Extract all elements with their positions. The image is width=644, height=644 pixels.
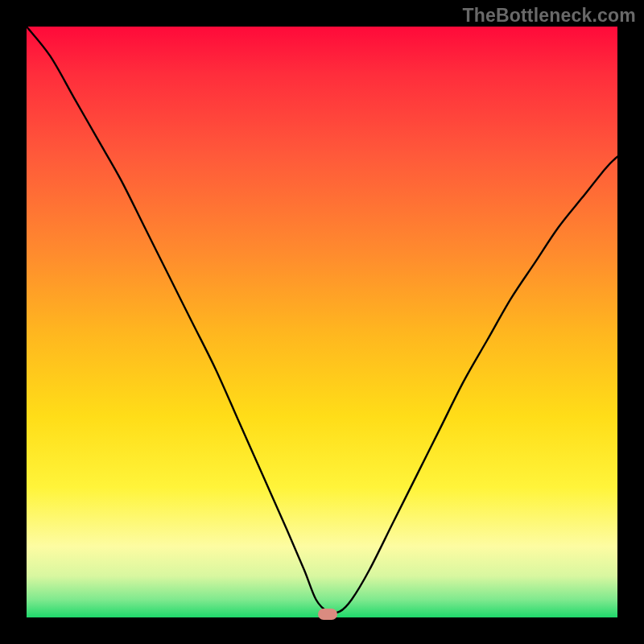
attribution-text: TheBottleneck.com bbox=[462, 5, 636, 27]
plot-area bbox=[27, 27, 617, 617]
chart-stage: TheBottleneck.com bbox=[0, 0, 644, 644]
bottleneck-curve bbox=[27, 27, 617, 617]
minimum-marker bbox=[318, 609, 337, 620]
